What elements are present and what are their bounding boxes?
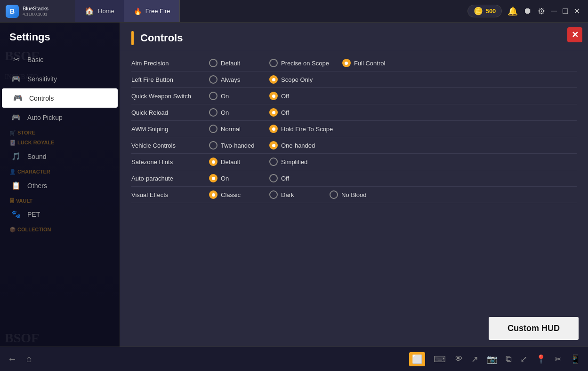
keyboard2-icon[interactable]: ⌨ xyxy=(434,354,446,364)
control-row: Visual EffectsClassicDarkNo Blood xyxy=(131,187,577,203)
sidebar-item-sound[interactable]: 🎵 Sound xyxy=(0,147,120,166)
settings-title: Settings xyxy=(0,23,120,50)
others-icon: 📋 xyxy=(9,181,23,190)
auto-pickup-icon: 🎮 xyxy=(9,113,23,122)
sidebar-label-pet: PET xyxy=(27,211,40,218)
keyboard-icon[interactable]: ⬜ xyxy=(409,352,425,366)
eye-icon[interactable]: 👁 xyxy=(454,354,463,364)
options-group-1: AlwaysScope Only xyxy=(209,75,577,84)
option-item-1-0[interactable]: Always xyxy=(209,75,256,84)
sidebar-item-controls[interactable]: 🎮 Controls xyxy=(2,88,118,108)
option-item-8-1[interactable]: Dark xyxy=(269,190,316,199)
option-item-3-0[interactable]: On xyxy=(209,108,256,117)
coins-value: 500 xyxy=(486,8,496,15)
option-item-7-0[interactable]: On xyxy=(209,174,256,182)
cursor-icon[interactable]: ↗ xyxy=(471,354,478,364)
option-item-5-0[interactable]: Two-handed xyxy=(209,141,256,150)
app-logo: B BlueStacks 4.110.0.1081 xyxy=(0,0,75,22)
options-group-5: Two-handedOne-handed xyxy=(209,141,577,150)
store-label: 🛒 STORE xyxy=(9,130,35,136)
sidebar-label-auto-pickup: Auto Pickup xyxy=(27,114,63,121)
sidebar-label-basic: Basic xyxy=(27,56,43,63)
section-title: Controls xyxy=(140,32,183,44)
radio-circle-6-1 xyxy=(269,158,278,166)
option-item-8-0[interactable]: Classic xyxy=(209,190,256,199)
option-item-7-1[interactable]: Off xyxy=(269,174,316,182)
radio-circle-0-0 xyxy=(209,59,217,67)
record-icon[interactable]: ⏺ xyxy=(524,6,532,16)
home-icon: 🏠 xyxy=(85,7,94,16)
option-label-6-1: Simplified xyxy=(281,158,307,166)
basic-icon: ✂ xyxy=(9,55,23,64)
option-item-3-1[interactable]: Off xyxy=(269,108,316,117)
radio-circle-3-1 xyxy=(269,108,278,117)
home-bottom-icon[interactable]: ⌂ xyxy=(26,354,32,364)
control-label-8: Visual Effects xyxy=(131,191,209,198)
control-label-2: Quick Weapon Switch xyxy=(131,93,209,100)
sidebar-label-controls: Controls xyxy=(29,95,54,102)
custom-hud-button[interactable]: Custom HUD xyxy=(489,317,579,340)
tab-home[interactable]: 🏠 Home xyxy=(75,0,124,22)
sidebar-label-sound: Sound xyxy=(27,153,46,160)
coins-icon: 🪙 xyxy=(474,7,483,16)
option-label-5-0: Two-handed xyxy=(221,142,255,149)
option-item-6-1[interactable]: Simplified xyxy=(269,158,316,166)
option-item-1-1[interactable]: Scope Only xyxy=(269,75,316,84)
sidebar-label-sensitivity: Sensitivity xyxy=(27,75,57,83)
window-close-icon[interactable]: ✕ xyxy=(573,6,580,16)
radio-circle-5-1 xyxy=(269,141,278,150)
option-item-0-1[interactable]: Precise on Scope xyxy=(269,59,329,67)
minimize-icon[interactable]: ─ xyxy=(551,6,557,16)
tab-game[interactable]: 🔥 Free Fire xyxy=(124,0,180,22)
option-label-8-0: Classic xyxy=(221,191,241,198)
maximize-icon[interactable]: □ xyxy=(563,6,568,16)
mobile-icon[interactable]: 📱 xyxy=(570,354,580,364)
fullscreen-icon[interactable]: ⤢ xyxy=(520,354,527,364)
option-item-4-1[interactable]: Hold Fire To Scope xyxy=(269,125,333,133)
option-label-4-0: Normal xyxy=(221,126,241,133)
sidebar-section-character: 👤 CHARACTER xyxy=(0,166,120,176)
option-label-8-2: No Blood xyxy=(341,191,366,198)
option-item-4-0[interactable]: Normal xyxy=(209,125,256,133)
control-row: Vehicle ControlsTwo-handedOne-handed xyxy=(131,137,577,154)
option-label-5-1: One-handed xyxy=(281,142,315,149)
option-item-8-2[interactable]: No Blood xyxy=(330,190,377,199)
control-row: Quick Weapon SwitchOnOff xyxy=(131,88,577,104)
vault-label: 🗄 VAULT xyxy=(9,198,32,204)
radio-circle-1-1 xyxy=(269,75,278,84)
control-label-3: Quick Reload xyxy=(131,109,209,116)
radio-circle-4-0 xyxy=(209,125,217,133)
control-row: Safezone HintsDefaultSimplified xyxy=(131,154,577,170)
control-label-4: AWM Sniping xyxy=(131,126,209,133)
option-item-5-1[interactable]: One-handed xyxy=(269,141,316,150)
notification-icon[interactable]: 🔔 xyxy=(507,6,518,16)
settings-icon[interactable]: ⚙ xyxy=(538,6,545,16)
top-bar: B BlueStacks 4.110.0.1081 🏠 Home 🔥 Free … xyxy=(0,0,588,23)
option-label-2-1: Off xyxy=(281,93,289,100)
sidebar-item-others[interactable]: 📋 Others xyxy=(0,176,120,195)
sidebar-item-auto-pickup[interactable]: 🎮 Auto Pickup xyxy=(0,108,120,127)
location-icon[interactable]: 📍 xyxy=(536,354,546,364)
control-label-5: Vehicle Controls xyxy=(131,142,209,149)
multi-icon[interactable]: ⧉ xyxy=(506,354,512,364)
sidebar-item-basic[interactable]: ✂ Basic xyxy=(0,50,120,69)
option-label-3-1: Off xyxy=(281,109,289,116)
option-item-0-0[interactable]: Default xyxy=(209,59,256,67)
close-button[interactable]: ✕ xyxy=(567,27,582,42)
content-area: ✕ Controls Aim PrecisionDefaultPrecise o… xyxy=(120,23,588,347)
sidebar-section-collection: 📦 COLLECTION xyxy=(0,224,120,234)
option-item-2-0[interactable]: On xyxy=(209,92,256,100)
option-item-6-0[interactable]: Default xyxy=(209,158,256,166)
option-item-2-1[interactable]: Off xyxy=(269,92,316,100)
sidebar-item-sensitivity[interactable]: 🎮 Sensitivity xyxy=(0,69,120,88)
sidebar-item-pet[interactable]: 🐾 PET xyxy=(0,205,120,224)
luck-royale-label: 🃏 LUCK ROYALE xyxy=(9,140,55,146)
bluestacks-icon: B xyxy=(6,5,19,18)
option-label-8-1: Dark xyxy=(281,191,294,198)
sidebar-section-store: 🛒 STORE xyxy=(0,127,120,137)
scissors-icon[interactable]: ✂ xyxy=(555,354,562,364)
control-label-0: Aim Precision xyxy=(131,60,209,67)
back-icon[interactable]: ← xyxy=(8,354,17,364)
camera-icon[interactable]: 📷 xyxy=(487,354,497,364)
option-item-0-2[interactable]: Full Control xyxy=(342,59,389,67)
